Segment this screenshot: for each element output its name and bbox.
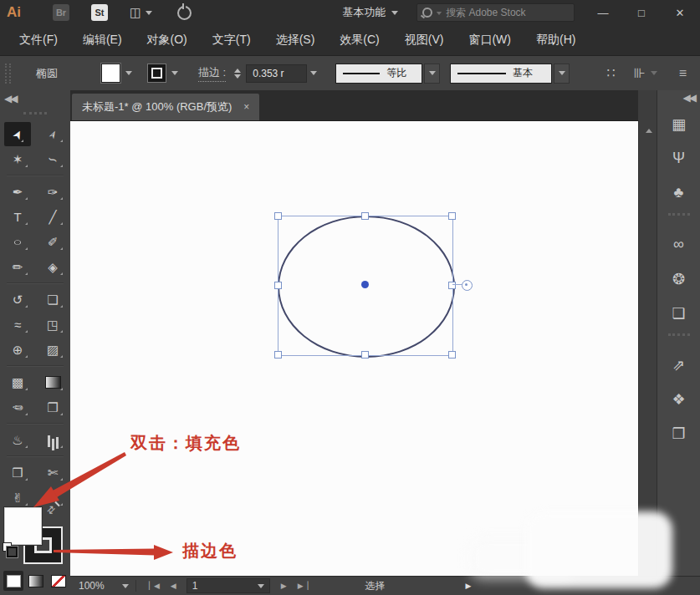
symbols-panel-icon[interactable]: ♣ bbox=[657, 175, 700, 210]
menu-file[interactable]: 文件(F) bbox=[7, 33, 70, 48]
stroke-weight-stepper[interactable] bbox=[234, 65, 241, 82]
slice-tool[interactable]: ✄ bbox=[35, 460, 70, 485]
shape-builder-tool[interactable]: ⊕ bbox=[0, 338, 35, 362]
lasso-tool[interactable]: ∽ bbox=[35, 147, 70, 171]
stroke-swatch[interactable] bbox=[147, 64, 166, 83]
direct-selection-tool[interactable]: ➢ bbox=[35, 122, 70, 146]
collapse-tools-icon[interactable]: ◀◀ bbox=[4, 93, 16, 104]
menu-help[interactable]: 帮助(H) bbox=[524, 33, 588, 48]
selection-handle[interactable] bbox=[274, 351, 282, 359]
mesh-tool[interactable]: ▩ bbox=[0, 370, 35, 394]
selection-handle[interactable] bbox=[274, 212, 282, 220]
minimize-button[interactable]: — bbox=[595, 7, 611, 19]
line-segment-tool[interactable]: ╱ bbox=[35, 205, 70, 229]
chevron-down-icon[interactable] bbox=[258, 584, 264, 592]
brush-definition-dropdown[interactable]: 基本 bbox=[450, 64, 552, 84]
brushes-panel-icon[interactable]: Ψ bbox=[657, 141, 700, 175]
pen-tool[interactable]: ✒ bbox=[0, 180, 35, 204]
selection-handle[interactable] bbox=[448, 282, 456, 289]
scroll-up-icon[interactable] bbox=[646, 125, 652, 133]
cc-libraries-panel-icon[interactable]: ∞ bbox=[657, 227, 700, 262]
stepper-down-icon[interactable] bbox=[234, 74, 241, 82]
selection-tool[interactable]: ➤ bbox=[4, 122, 31, 146]
transform-panel-icon[interactable]: ∷ bbox=[607, 65, 616, 81]
arrange-documents-button[interactable]: ◫ bbox=[130, 5, 152, 20]
menu-edit[interactable]: 编辑(E) bbox=[70, 33, 135, 48]
gradient-mode-button[interactable] bbox=[26, 571, 46, 591]
fill-color-control[interactable] bbox=[101, 64, 132, 83]
brush-chevron[interactable] bbox=[554, 64, 570, 84]
workspace-switcher[interactable]: 基本功能 bbox=[342, 5, 398, 20]
selection-handle[interactable] bbox=[361, 212, 369, 220]
stroke-profile-dropdown[interactable]: 等比 bbox=[335, 64, 422, 84]
chevron-down-icon[interactable] bbox=[310, 71, 317, 79]
color-themes-panel-icon[interactable]: ❂ bbox=[657, 262, 700, 296]
stroke-color-control[interactable] bbox=[147, 64, 178, 83]
layers-panel-icon[interactable]: ❖ bbox=[657, 382, 700, 416]
adobe-stock-search-input[interactable]: 搜索 Adobe Stock bbox=[416, 3, 575, 22]
chevron-down-icon[interactable] bbox=[651, 71, 657, 79]
color-mode-button[interactable] bbox=[3, 571, 23, 591]
document-tab[interactable]: 未标题-1* @ 100% (RGB/预览) × bbox=[72, 94, 259, 120]
expand-panels-icon[interactable]: ◀◀ bbox=[683, 92, 695, 104]
close-button[interactable]: ✕ bbox=[672, 7, 688, 19]
bridge-button[interactable]: Br bbox=[53, 4, 69, 21]
stock-button[interactable]: St bbox=[91, 4, 108, 21]
share-panel-icon[interactable]: ⇗ bbox=[657, 348, 700, 382]
artboard-tool[interactable]: ❒ bbox=[0, 460, 35, 485]
selection-handle[interactable] bbox=[448, 212, 456, 220]
transform-widget-icon[interactable] bbox=[462, 280, 473, 291]
panel-menu-icon[interactable]: ≡ bbox=[679, 66, 687, 81]
swatches-panel-icon[interactable]: ▦ bbox=[657, 107, 700, 141]
eyedropper-tool[interactable]: ✎ bbox=[0, 395, 35, 420]
fill-color-proxy[interactable] bbox=[4, 507, 42, 545]
gpu-performance-icon[interactable] bbox=[177, 6, 192, 20]
close-tab-icon[interactable]: × bbox=[243, 101, 249, 113]
width-tool[interactable]: ≈ bbox=[0, 313, 35, 337]
center-point[interactable] bbox=[361, 281, 369, 288]
stroke-weight-field[interactable]: 0.353 r bbox=[246, 64, 307, 83]
menu-select[interactable]: 选择(S) bbox=[263, 33, 328, 48]
stroke-panel-link[interactable]: 描边 : bbox=[198, 65, 226, 82]
stepper-up-icon[interactable] bbox=[234, 65, 241, 73]
zoom-level-field[interactable]: 100% bbox=[79, 580, 122, 592]
fill-swatch[interactable] bbox=[101, 64, 120, 83]
prev-artboard-button[interactable]: ◀ bbox=[171, 582, 176, 590]
maximize-button[interactable]: □ bbox=[633, 7, 650, 19]
next-artboard-button[interactable]: ▶ bbox=[281, 582, 286, 590]
selection-handle[interactable] bbox=[361, 351, 369, 359]
selection-handle[interactable] bbox=[448, 351, 456, 359]
last-artboard-button[interactable]: ▶▕ bbox=[298, 582, 308, 590]
stroke-profile-chevron[interactable] bbox=[424, 64, 440, 84]
status-expander-icon[interactable]: ▶ bbox=[466, 582, 472, 590]
vertical-scrollbar[interactable] bbox=[638, 120, 658, 577]
first-artboard-button[interactable]: ▏◀ bbox=[149, 582, 159, 590]
perspective-grid-tool[interactable]: ▨ bbox=[35, 338, 70, 362]
rotate-tool[interactable]: ↺ bbox=[0, 287, 35, 312]
free-transform-tool[interactable]: ◳ bbox=[35, 313, 70, 337]
chevron-down-icon[interactable] bbox=[171, 71, 178, 79]
tools-panel-grip[interactable] bbox=[23, 112, 47, 114]
ellipse-tool[interactable]: ○ bbox=[0, 230, 35, 254]
gradient-tool[interactable] bbox=[35, 370, 70, 394]
zoom-chevron-icon[interactable] bbox=[122, 584, 129, 592]
type-tool[interactable]: T bbox=[0, 205, 35, 229]
eraser-tool[interactable]: ◈ bbox=[35, 255, 70, 279]
none-mode-button[interactable] bbox=[49, 571, 69, 591]
blend-tool[interactable]: ❐ bbox=[35, 395, 70, 420]
pencil-tool[interactable]: ✏ bbox=[0, 255, 35, 279]
symbol-sprayer-tool[interactable]: ♨ bbox=[0, 428, 35, 452]
default-fill-stroke-icon[interactable] bbox=[3, 542, 16, 556]
control-bar-grip[interactable] bbox=[5, 64, 11, 84]
swap-fill-stroke-icon[interactable]: ⇄ bbox=[44, 502, 59, 516]
column-graph-tool[interactable] bbox=[35, 428, 70, 452]
align-panel-icon[interactable]: ⊪ bbox=[634, 65, 646, 81]
menu-window[interactable]: 窗口(W) bbox=[456, 33, 524, 48]
artboards-panel-icon[interactable]: ❐ bbox=[657, 416, 700, 450]
magic-wand-tool[interactable]: ✶ bbox=[0, 147, 35, 171]
menu-view[interactable]: 视图(V) bbox=[392, 33, 457, 48]
chevron-down-icon[interactable] bbox=[125, 71, 132, 79]
menu-effect[interactable]: 效果(C) bbox=[327, 33, 391, 48]
menu-object[interactable]: 对象(O) bbox=[135, 33, 200, 48]
selection-handle[interactable] bbox=[274, 282, 282, 289]
